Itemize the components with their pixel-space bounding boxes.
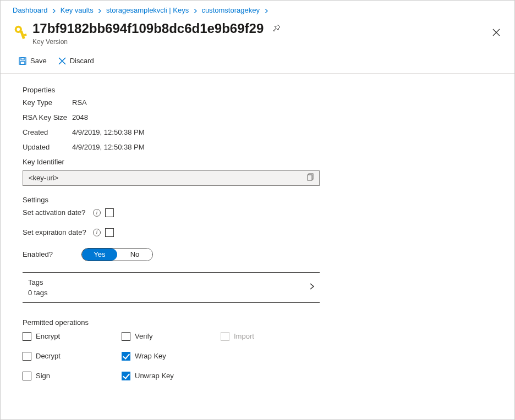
svg-rect-8 bbox=[308, 175, 312, 180]
properties-section-label: Properties bbox=[23, 86, 502, 94]
tags-label: Tags bbox=[28, 278, 308, 286]
key-type-value: RSA bbox=[72, 98, 87, 107]
created-value: 4/9/2019, 12:50:38 PM bbox=[72, 128, 145, 136]
updated-label: Updated bbox=[23, 143, 72, 151]
verify-label: Verify bbox=[135, 332, 153, 340]
permitted-operations-label: Permitted operations bbox=[23, 318, 502, 327]
breadcrumb-keyname[interactable]: customstoragekey bbox=[201, 6, 260, 14]
key-size-value: 2048 bbox=[72, 113, 88, 121]
breadcrumb-dashboard[interactable]: Dashboard bbox=[13, 6, 48, 14]
decrypt-checkbox[interactable] bbox=[23, 352, 31, 361]
key-size-label: RSA Key Size bbox=[23, 113, 72, 121]
svg-point-1 bbox=[17, 28, 20, 31]
save-label: Save bbox=[30, 57, 47, 65]
breadcrumb-vault-keys[interactable]: storagesamplekvcli | Keys bbox=[106, 6, 189, 14]
created-label: Created bbox=[23, 128, 72, 136]
decrypt-label: Decrypt bbox=[36, 352, 61, 360]
page-subtitle: Key Version bbox=[32, 38, 502, 46]
tags-expand-button[interactable] bbox=[308, 282, 316, 292]
copy-icon bbox=[307, 173, 315, 181]
wrap-key-label: Wrap Key bbox=[135, 352, 166, 360]
pin-button[interactable] bbox=[270, 21, 283, 36]
enabled-label: Enabled? bbox=[23, 250, 53, 258]
verify-checkbox[interactable] bbox=[122, 332, 130, 341]
enabled-no-option[interactable]: No bbox=[117, 248, 152, 261]
breadcrumb-keyvaults[interactable]: Key vaults bbox=[61, 6, 94, 14]
svg-rect-6 bbox=[20, 62, 25, 64]
copy-button[interactable] bbox=[306, 172, 316, 184]
close-icon bbox=[492, 29, 500, 36]
save-button[interactable]: Save bbox=[17, 54, 48, 68]
settings-section-label: Settings bbox=[23, 196, 502, 204]
chevron-right-icon bbox=[193, 9, 198, 13]
toolbar: Save Discard bbox=[1, 50, 514, 74]
page-title: 17bf9182bb694f109b8dc6d1e9b69f29 bbox=[32, 21, 264, 37]
chevron-right-icon bbox=[309, 283, 315, 290]
chevron-right-icon bbox=[97, 9, 102, 13]
discard-label: Discard bbox=[70, 57, 94, 65]
info-icon[interactable]: i bbox=[93, 229, 101, 236]
key-type-label: Key Type bbox=[23, 98, 72, 107]
key-identifier-value: <key-uri> bbox=[29, 174, 306, 182]
import-checkbox bbox=[221, 332, 229, 341]
unwrap-key-label: Unwrap Key bbox=[135, 372, 174, 380]
close-button[interactable] bbox=[490, 26, 502, 41]
wrap-key-checkbox[interactable] bbox=[122, 352, 130, 361]
activation-date-checkbox[interactable] bbox=[105, 208, 114, 217]
discard-button[interactable]: Discard bbox=[57, 54, 95, 68]
pin-icon bbox=[272, 24, 281, 32]
import-label: Import bbox=[234, 332, 254, 340]
tags-count: 0 tags bbox=[28, 289, 308, 297]
key-icon bbox=[13, 24, 29, 41]
info-icon[interactable]: i bbox=[93, 209, 101, 217]
updated-value: 4/9/2019, 12:50:38 PM bbox=[72, 143, 145, 151]
expiration-date-checkbox[interactable] bbox=[105, 228, 114, 237]
unwrap-key-checkbox[interactable] bbox=[122, 372, 130, 380]
chevron-right-icon bbox=[52, 9, 56, 13]
expiration-date-label: Set expiration date? bbox=[23, 228, 89, 236]
enabled-yes-option[interactable]: Yes bbox=[82, 248, 117, 261]
encrypt-checkbox[interactable] bbox=[23, 332, 31, 341]
key-identifier-label: Key Identifier bbox=[23, 158, 502, 166]
tags-row[interactable]: Tags 0 tags bbox=[23, 272, 320, 303]
breadcrumb: Dashboard Key vaults storagesamplekvcli … bbox=[1, 1, 514, 18]
enabled-toggle[interactable]: Yes No bbox=[81, 248, 153, 261]
encrypt-label: Encrypt bbox=[36, 332, 60, 340]
discard-icon bbox=[58, 57, 67, 65]
activation-date-label: Set activation date? bbox=[23, 208, 89, 217]
svg-rect-5 bbox=[21, 58, 24, 60]
save-icon bbox=[18, 57, 27, 65]
sign-label: Sign bbox=[36, 372, 50, 380]
key-identifier-field: <key-uri> bbox=[23, 170, 320, 186]
chevron-right-icon bbox=[264, 9, 269, 13]
sign-checkbox[interactable] bbox=[23, 372, 31, 380]
